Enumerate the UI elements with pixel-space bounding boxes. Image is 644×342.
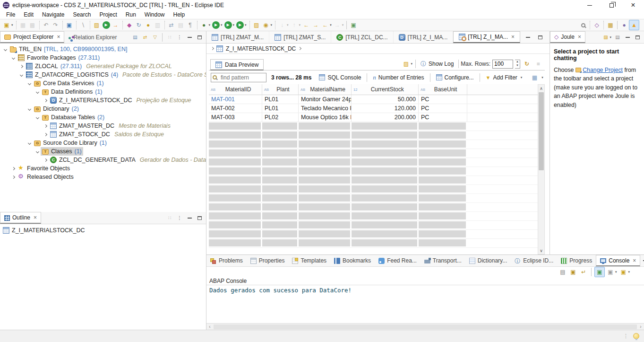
tree-item-favorite-objects[interactable]: Favorite Objects (0, 164, 206, 173)
menu-navigate[interactable]: Navigate (38, 10, 69, 19)
expander-icon[interactable] (26, 82, 33, 85)
close-button[interactable]: × (622, 0, 644, 10)
refresh-button[interactable]: ↻ (522, 59, 532, 69)
search-dialog-button[interactable]: ◉▾ (261, 20, 274, 30)
bottom-tab-bookmarks[interactable]: Bookmarks (330, 255, 375, 266)
bottom-tab-feed-rea[interactable]: Feed Rea... (375, 255, 421, 266)
next-edit-location-button[interactable]: → (311, 20, 320, 30)
max-rows-input[interactable] (492, 60, 513, 69)
tree-item-core-data-services[interactable]: Core Data Services(1) (0, 79, 206, 88)
expander-icon[interactable] (10, 167, 17, 170)
tree-item-zmat-stock-dc[interactable]: ZMAT_STOCK_DCSaldos de Estoque (0, 130, 206, 139)
change-project-button[interactable]: ▨▾ (601, 33, 612, 42)
tree-item-trl-en[interactable]: TRL_EN[TRL, 100, CB9980001395, EN] (0, 45, 206, 53)
expander-icon[interactable] (34, 116, 41, 119)
expander-icon[interactable] (18, 74, 25, 76)
scroll-lock-button[interactable]: ▣ (568, 267, 578, 277)
scroll-left-icon[interactable]: ‹ (206, 324, 213, 329)
configure-button[interactable]: Configure... (433, 73, 477, 82)
minimize-bottom-button[interactable] (640, 255, 644, 266)
editor-tab-trl-zcl-dc[interactable]: [TRL] ZCL_DC... (331, 31, 393, 43)
menu-file[interactable]: File (2, 10, 19, 19)
minimize-view-button[interactable] (185, 213, 194, 223)
scroll-up-icon[interactable]: ∧ (538, 85, 544, 92)
tree-item-zlocal[interactable]: ZLOCAL(27.311)Generated Package for ZLOC… (0, 62, 206, 70)
find-pattern-input[interactable] (211, 73, 266, 82)
cell[interactable]: Monitor Gamer 24pol (299, 95, 352, 104)
cell[interactable]: 50.000 (352, 95, 419, 104)
shared-objects-button[interactable]: ▥ (153, 20, 163, 30)
maximize-view-button[interactable] (633, 33, 642, 42)
column-header-materialid[interactable]: ABMaterialID (209, 84, 262, 95)
status-menu-icon[interactable]: ⋮ (623, 333, 628, 339)
cell[interactable]: PL01 (262, 95, 299, 104)
cell[interactable]: PL01 (262, 104, 299, 113)
show-log-button[interactable]: ⓘ Show Log (418, 59, 456, 69)
display-selected-console-button[interactable]: ▣▾ (606, 267, 618, 277)
breadcrumb-arrow-icon[interactable] (211, 47, 214, 50)
tab-project-explorer[interactable]: Project Explorer × (0, 31, 64, 43)
column-header-baseunit[interactable]: ABBaseUnit (419, 84, 467, 95)
expander-icon[interactable] (34, 91, 41, 93)
activate-button[interactable]: → (111, 20, 120, 30)
column-header-materialname[interactable]: ABMaterialName (299, 84, 352, 95)
tree-item-zmat-master-dc[interactable]: ZMAT_MASTER_DCMestre de Materiais (0, 122, 206, 130)
minimize-view-button[interactable] (623, 33, 632, 42)
pin-editor-button[interactable]: ▣ (349, 20, 358, 30)
bottom-tab-console[interactable]: Console× (596, 255, 640, 266)
expander-icon[interactable] (42, 159, 49, 161)
tab-outline[interactable]: Outline × (0, 212, 41, 224)
bottom-tab-properties[interactable]: Properties (247, 255, 289, 266)
cell[interactable]: PC (419, 104, 467, 113)
cell[interactable]: 120.000 (352, 104, 419, 113)
cell[interactable]: MAT-003 (209, 113, 262, 122)
profile-button[interactable]: ▶▾ (235, 20, 248, 30)
bottom-tab-problems[interactable]: Problems (206, 255, 247, 266)
save-all-button[interactable]: ▩ (28, 20, 37, 30)
vertical-scrollbar[interactable]: ∧ ∨ (538, 84, 545, 254)
view-menu-button[interactable]: ⋮ (175, 33, 184, 42)
expander-icon[interactable] (42, 133, 49, 136)
tree-item-favorite-packages[interactable]: Favorite Packages(27.311) (0, 53, 206, 62)
tab-joule[interactable]: ◇ Joule × (550, 31, 585, 43)
breadcrumb-item[interactable]: Z_I_MATERIALSTOCK_DC (226, 45, 296, 52)
expander-icon[interactable] (2, 48, 9, 51)
column-header-currentstock[interactable]: 12CurrentStock (352, 84, 419, 95)
add-filter-button[interactable]: ▼ Add Filter ▾ (483, 73, 525, 82)
menu-window[interactable]: Window (140, 10, 169, 19)
menu-project[interactable]: Project (95, 10, 121, 19)
max-rows-stepper[interactable]: ▲▼ (515, 60, 520, 69)
menu-run[interactable]: Run (121, 10, 140, 19)
clear-console-button[interactable]: ▤ (558, 267, 567, 277)
tab-relation-explorer[interactable]: Relation Explorer (64, 31, 120, 43)
close-tab-icon[interactable]: × (511, 34, 515, 40)
tree-item-z-datacore-logistics[interactable]: Z_DATACORE_LOGISTICS(4)Pacote de Estudos… (0, 70, 206, 79)
expander-icon[interactable] (26, 142, 33, 144)
view-menu-button[interactable]: ⋮ (175, 213, 184, 223)
scroll-right-icon[interactable]: › (637, 324, 644, 329)
tree-item-released-objects[interactable]: Released Objects (0, 173, 206, 181)
expander-icon[interactable] (10, 176, 17, 178)
redo-button[interactable]: ↷ (51, 20, 60, 30)
cell[interactable]: Teclado Mecanico R... (299, 104, 352, 113)
export-button[interactable]: ▦ ▾ (528, 73, 546, 82)
cell[interactable]: 200.000 (352, 113, 419, 122)
minimize-editor-button[interactable] (523, 32, 532, 43)
tree-item-data-definitions[interactable]: Data Definitions(1) (0, 88, 206, 96)
cell[interactable]: Mouse Optico 16k D... (299, 113, 352, 122)
clear-chat-button[interactable]: ▤ (613, 33, 622, 42)
expander-icon[interactable] (34, 150, 41, 153)
joule-button[interactable]: ◇ (592, 20, 601, 30)
column-header-plant[interactable]: ABPlant (262, 84, 299, 95)
bottom-tab-dictionary[interactable]: Dictionary... (465, 255, 511, 266)
menu-edit[interactable]: Edit (19, 10, 38, 19)
scrollbar-thumb[interactable] (214, 324, 637, 329)
tree-item-dictionary[interactable]: Dictionary(2) (0, 105, 206, 113)
cell[interactable]: PL02 (262, 113, 299, 122)
tree-item-zcl-dc-generate-data[interactable]: ZCL_DC_GENERATE_DATAGerador de Dados - D… (0, 156, 206, 164)
tree-item-source-code-library[interactable]: Source Code Library(1) (0, 139, 206, 147)
lightbulb-icon[interactable] (633, 333, 639, 339)
save-button[interactable]: ▦ (18, 20, 28, 30)
execute-abap-application-button[interactable]: ▶ (102, 20, 111, 30)
next-annotation-button[interactable]: ↓▾ (277, 20, 290, 30)
